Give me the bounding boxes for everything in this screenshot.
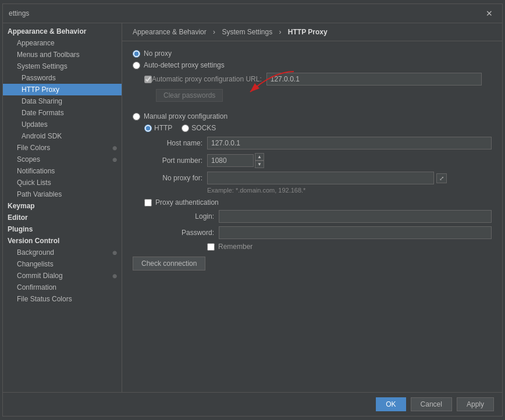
proxy-auth-label[interactable]: Proxy authentication — [155, 198, 219, 207]
host-name-label: Host name: — [144, 139, 202, 147]
remember-label[interactable]: Remember — [218, 243, 252, 251]
proxy-auth-section: Login: Password: — [156, 210, 492, 239]
sidebar-item-background[interactable]: Background ⊕ — [3, 247, 122, 258]
sidebar-section-plugins[interactable]: Plugins — [3, 223, 122, 235]
sidebar-item-passwords[interactable]: Passwords — [3, 72, 122, 84]
sidebar-item-http-proxy[interactable]: HTTP Proxy — [3, 84, 122, 95]
password-label: Password: — [156, 229, 214, 237]
sidebar-item-date-formats[interactable]: Date Formats — [3, 107, 122, 119]
main-area: Appearance & Behavior Appearance Menus a… — [3, 23, 502, 392]
port-number-label: Port number: — [144, 156, 202, 165]
password-input[interactable] — [219, 226, 492, 239]
add-icon-scopes: ⊕ — [112, 156, 117, 163]
sidebar-item-data-sharing[interactable]: Data Sharing — [3, 95, 122, 107]
settings-dialog: ettings ✕ Appearance & Behavior Appearan… — [2, 3, 503, 417]
dialog-title: ettings — [9, 9, 29, 17]
no-proxy-label[interactable]: No proxy — [144, 49, 172, 58]
auto-detect-label[interactable]: Auto-detect proxy settings — [144, 61, 225, 69]
sidebar-item-quick-lists[interactable]: Quick Lists — [3, 177, 122, 188]
remember-row: Remember — [207, 243, 492, 251]
sidebar-item-commit-dialog[interactable]: Commit Dialog ⊕ — [3, 270, 122, 282]
manual-proxy-section: HTTP SOCKS Host name: Port number: — [144, 124, 492, 251]
proxy-auth-row: Proxy authentication — [144, 198, 492, 207]
breadcrumb: Appearance & Behavior › System Settings … — [122, 23, 502, 41]
config-url-row: Automatic proxy configuration URL: — [144, 73, 492, 86]
no-proxy-for-row: No proxy for: ⤢ — [144, 172, 492, 184]
apply-button[interactable]: Apply — [457, 397, 494, 411]
ok-button[interactable]: OK — [376, 397, 406, 411]
sidebar-item-android-sdk[interactable]: Android SDK — [3, 130, 122, 142]
dialog-footer: OK Cancel Apply — [3, 392, 502, 416]
sidebar-item-path-variables[interactable]: Path Variables — [3, 188, 122, 200]
add-icon-file-colors: ⊕ — [112, 145, 117, 151]
sidebar-item-confirmation[interactable]: Confirmation — [3, 282, 122, 293]
example-text: Example: *.domain.com, 192.168.* — [207, 187, 492, 194]
settings-panel: No proxy Auto-detect proxy settings Auto… — [122, 41, 502, 392]
sidebar-item-file-status-colors[interactable]: File Status Colors — [3, 293, 122, 305]
no-proxy-radio[interactable] — [133, 50, 140, 58]
no-proxy-for-label: No proxy for: — [144, 174, 202, 182]
proxy-auth-checkbox[interactable] — [144, 199, 152, 207]
port-spinner: ▲ ▼ — [255, 153, 264, 168]
socks-radio[interactable] — [182, 124, 189, 132]
manual-proxy-label[interactable]: Manual proxy configuration — [144, 112, 227, 120]
title-bar: ettings ✕ — [3, 4, 502, 23]
sidebar-section-appearance-behavior[interactable]: Appearance & Behavior — [3, 26, 122, 37]
auto-detect-row: Auto-detect proxy settings — [133, 61, 492, 69]
content-area: Appearance & Behavior › System Settings … — [122, 23, 502, 392]
login-row: Login: — [156, 210, 492, 223]
port-decrement-button[interactable]: ▼ — [255, 161, 264, 168]
sidebar-section-keymap[interactable]: Keymap — [3, 200, 122, 212]
sidebar: Appearance & Behavior Appearance Menus a… — [3, 23, 122, 392]
expand-no-proxy-button[interactable]: ⤢ — [436, 173, 447, 183]
add-icon-commit-dialog: ⊕ — [112, 273, 117, 279]
port-number-input[interactable] — [207, 154, 254, 167]
host-name-input[interactable] — [207, 137, 492, 150]
no-proxy-row: No proxy — [133, 49, 492, 58]
sidebar-item-appearance[interactable]: Appearance — [3, 37, 122, 49]
manual-proxy-row: Manual proxy configuration — [133, 112, 492, 120]
sidebar-section-editor[interactable]: Editor — [3, 212, 122, 223]
port-increment-button[interactable]: ▲ — [255, 153, 264, 161]
auto-detect-radio[interactable] — [133, 62, 140, 69]
auto-config-block: Automatic proxy configuration URL: Clear… — [144, 73, 492, 108]
sidebar-item-file-colors[interactable]: File Colors ⊕ — [3, 142, 122, 154]
close-button[interactable]: ✕ — [482, 8, 496, 19]
auto-config-checkbox[interactable] — [144, 76, 152, 83]
check-connection-button[interactable]: Check connection — [133, 257, 205, 270]
manual-proxy-radio[interactable] — [133, 113, 140, 120]
http-radio[interactable] — [144, 124, 152, 132]
sidebar-item-menus-toolbars[interactable]: Menus and Toolbars — [3, 49, 122, 60]
host-name-row: Host name: — [144, 137, 492, 150]
login-input[interactable] — [219, 210, 492, 223]
clear-passwords-row: Clear passwords — [156, 89, 492, 108]
login-label: Login: — [156, 212, 214, 220]
sidebar-item-changelists[interactable]: Changelists — [3, 258, 122, 270]
http-label[interactable]: HTTP — [154, 124, 172, 132]
sidebar-item-system-settings[interactable]: System Settings — [3, 60, 122, 72]
auto-config-url-input[interactable] — [266, 73, 482, 86]
sidebar-item-updates[interactable]: Updates — [3, 119, 122, 130]
password-row: Password: — [156, 226, 492, 239]
proxy-protocol-row: HTTP SOCKS — [144, 124, 492, 132]
no-proxy-for-input[interactable] — [207, 172, 434, 184]
clear-passwords-button[interactable]: Clear passwords — [156, 89, 223, 102]
cancel-button[interactable]: Cancel — [411, 397, 452, 411]
remember-checkbox[interactable] — [207, 243, 215, 251]
sidebar-item-scopes[interactable]: Scopes ⊕ — [3, 154, 122, 165]
socks-label[interactable]: SOCKS — [191, 124, 216, 132]
add-icon-background: ⊕ — [112, 250, 117, 256]
sidebar-item-notifications[interactable]: Notifications — [3, 165, 122, 177]
sidebar-section-version-control[interactable]: Version Control — [3, 235, 122, 247]
port-number-row: Port number: ▲ ▼ — [144, 153, 492, 168]
